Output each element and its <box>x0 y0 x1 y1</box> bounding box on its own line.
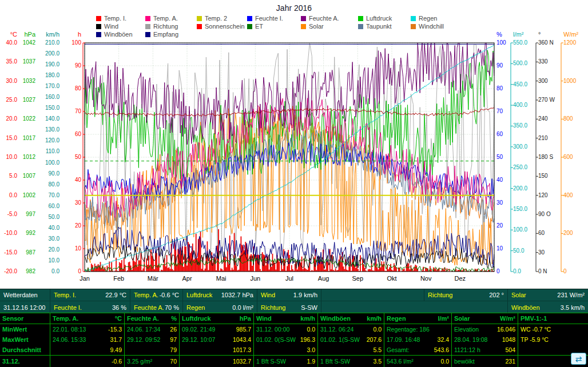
axis-tick-label: 0 <box>563 269 585 274</box>
axis-tick-label: 0.0 <box>1 193 17 198</box>
axis-tick-label: 80 <box>64 86 81 91</box>
chart-plot-area[interactable] <box>85 43 494 272</box>
axis-tick-label: 100 <box>496 40 509 46</box>
axis-tick-label: 250.0 <box>513 165 534 170</box>
axis-tick-label: 70 <box>64 109 81 114</box>
status-feuchte-i: Feuchte I.36 % <box>50 301 130 313</box>
axis-tick-label: 300.0 <box>513 144 534 150</box>
axis-tick-label: 0.0 <box>513 269 534 274</box>
axis-tick-label: 70 <box>496 109 509 114</box>
axis-tick-label: 60.0 <box>37 204 59 209</box>
axis-tick-label: 10.0 <box>37 258 59 264</box>
axis-tick-label: 35.0 <box>1 59 17 65</box>
axis-tick-label: 1042 <box>19 40 35 46</box>
statusbar: Wetterdaten Temp. I.22.9 °C Temp. A.-0.6… <box>0 289 588 313</box>
axis-tick-label: 120.0 <box>37 138 59 143</box>
status-wetterdaten: Wetterdaten <box>0 289 50 301</box>
status-spacer <box>321 289 424 301</box>
summary-table: Sensor Temp. A.°C Feuchte A.% Luftdruckh… <box>0 313 588 367</box>
axis-tick-label: 170.0 <box>37 83 59 89</box>
status-temp-a: Temp. A.-0.6 °C <box>130 289 183 301</box>
axis-tick-label: 180.0 <box>37 73 59 78</box>
th-wind: Windkm/h <box>254 313 318 324</box>
axis-tick-label: 40.0 <box>1 40 17 46</box>
axis-tick-label: 30 <box>538 250 558 256</box>
axis-tick-label: 80.0 <box>37 182 59 188</box>
axis-tick-label: 1032 <box>19 78 35 84</box>
axis-tick-label: 20 <box>64 223 81 229</box>
status-solar: Solar231 W/m² <box>508 289 588 301</box>
th-regen: Regenl/m² <box>384 313 452 324</box>
month-label-Apr: Apr <box>180 275 194 282</box>
axis-tick-label: 0 <box>496 269 509 274</box>
axis-tick-label: 180 S <box>538 154 558 160</box>
axis-tick-label: 30.0 <box>37 236 59 242</box>
status-richtung: Richtung202 ° <box>424 289 508 301</box>
axis-tick-label: 90.0 <box>37 171 59 177</box>
axis-tick-label: 60 <box>496 131 509 137</box>
axis-tick-label: 800 <box>563 116 585 122</box>
axis-tick-label: 500.0 <box>513 61 534 66</box>
axis-tick-label: 100.0 <box>513 227 534 233</box>
axis-tick-label: 300 <box>538 78 558 84</box>
axis-tick-label: 50 <box>64 154 81 160</box>
axis-tick-label: 0 <box>64 269 81 274</box>
month-label-Mär: Mär <box>145 275 160 282</box>
month-label-Mai: Mai <box>214 275 229 282</box>
th-pmv: PMV-1:-1 <box>518 313 588 324</box>
axis-tick-label: 450.0 <box>513 82 534 87</box>
axis-tick-label: 10 <box>496 246 509 252</box>
axis-tick-label: 200.0 <box>513 186 534 192</box>
statusbar-row-1: Wetterdaten Temp. I.22.9 °C Temp. A.-0.6… <box>0 289 588 301</box>
axis-tick-label: 150.0 <box>37 105 59 111</box>
axis-tick-label: 80 <box>496 86 509 91</box>
axis-tick-label: 100.0 <box>37 160 59 166</box>
axis-tick-label: 60 <box>538 230 558 236</box>
axis-tick-label: 90 O <box>538 212 558 217</box>
axis-tick-label: 1027 <box>19 97 35 103</box>
month-label-Aug: Aug <box>316 275 331 282</box>
axis-tick-label: 40 <box>496 177 509 183</box>
axis-tick-label: 60 <box>64 131 81 137</box>
th-windboeen: Windböenkm/h <box>318 313 384 324</box>
axis-tick-label: 90 <box>496 63 509 69</box>
weather-app-window: Jahr 2016 Temp. I.Temp. A.Temp. 2Feuchte… <box>0 0 588 367</box>
axis-ruler <box>511 43 513 272</box>
axis-tick-label: 210 <box>538 135 558 141</box>
axis-tick-label: 100 <box>64 40 81 46</box>
table-header-row: Sensor Temp. A.°C Feuchte A.% Luftdruckh… <box>0 313 588 324</box>
axis-tick-label: 200.0 <box>37 51 59 57</box>
month-label-Jan: Jan <box>77 275 92 282</box>
axis-tick-label: 5.0 <box>1 173 17 179</box>
axis-tick-label: 120 <box>538 193 558 198</box>
axis-tick-label: 1037 <box>19 59 35 65</box>
axis-tick-label: 600 <box>563 154 585 160</box>
axis-tick-label: 350.0 <box>513 123 534 129</box>
status-datetime: 31.12.16 12:00 <box>0 301 50 313</box>
axis-tick-label: 210.0 <box>37 40 59 46</box>
axis-tick-label: 25.0 <box>1 97 17 103</box>
axis-unit-km/h: km/h <box>37 31 59 38</box>
month-label-Dez: Dez <box>452 275 467 282</box>
axis-tick-label: -10.0 <box>1 230 17 236</box>
axis-tick-label: 360 N <box>538 40 558 46</box>
th-feuchte-a: Feuchte A.% <box>125 313 180 324</box>
axis-tick-label: 10 <box>64 246 81 252</box>
axis-tick-label: -20.0 <box>1 269 17 274</box>
axis-unit-W/m²: W/m² <box>563 31 585 38</box>
axis-tick-label: 550.0 <box>513 40 534 46</box>
axis-unit-hPa: hPa <box>19 31 35 38</box>
status-richtung-text: RichtungS-SW <box>257 301 321 313</box>
axis-tick-label: 997 <box>19 212 35 217</box>
status-feuchte-a: Feuchte A.70 % <box>130 301 183 313</box>
axis-tick-label: 200 <box>563 230 585 236</box>
axis-tick-label: 10.0 <box>1 154 17 160</box>
axis-tick-label: 400 <box>563 193 585 198</box>
status-luftdruck: Luftdruck1032.7 hPa <box>183 289 257 301</box>
axis-tick-label: 982 <box>19 269 35 274</box>
axis-unit-l/m²: l/m² <box>513 31 534 38</box>
axis-tick-label: 90 <box>64 63 81 69</box>
toggle-window-button[interactable]: ⇄ <box>571 353 586 365</box>
axis-tick-label: 400.0 <box>513 102 534 108</box>
status-windboeen: Windböen3.5 km/h <box>508 301 588 313</box>
